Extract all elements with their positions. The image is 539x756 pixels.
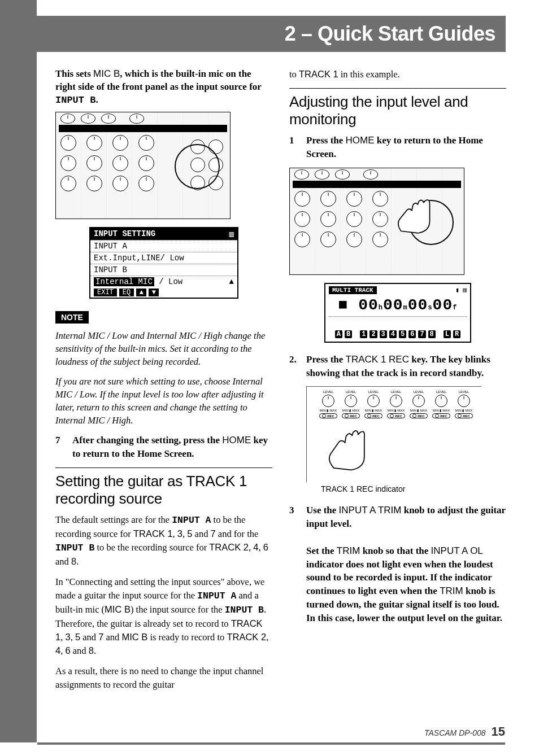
home-key-label: HOME — [222, 435, 251, 445]
text: Set the — [306, 545, 337, 556]
left-column: This sets MIC B, which is the built-in m… — [55, 68, 272, 698]
track-number: 5 — [75, 632, 80, 642]
jog-wheel-icon — [175, 144, 220, 189]
text: Use the — [306, 505, 339, 515]
section-divider — [289, 88, 506, 89]
knob-icon — [372, 191, 388, 207]
knob-icon — [60, 176, 76, 191]
text: to — [289, 69, 299, 80]
knob-icon — [138, 135, 154, 151]
input-a-label: INPUT A — [197, 591, 236, 601]
paragraph-default-settings: The default settings are for the INPUT A… — [55, 513, 272, 569]
knob-icon — [138, 155, 154, 171]
rec-button-icon: REC — [410, 413, 428, 418]
knob-icon — [112, 176, 128, 191]
meter-label: A — [335, 330, 342, 338]
text: The default settings are for the — [55, 514, 172, 525]
rec-button-icon: REC — [455, 413, 473, 418]
section-heading-adjusting-input: Adjusting the input level and monitoring — [289, 93, 506, 128]
track-number: 7 — [211, 528, 216, 539]
paragraph-continuation: to TRACK 1 in this example. — [289, 68, 506, 81]
text: , — [71, 632, 75, 643]
page-gutter — [0, 0, 37, 742]
footer-rule — [37, 742, 505, 745]
track-strip: LEVELMIN ▮ MAXREC — [431, 390, 451, 418]
text: and — [71, 645, 89, 656]
device-diagram-input-setting — [55, 112, 231, 219]
knob-icon — [345, 395, 357, 407]
track-label: TRACK 1 — [299, 69, 338, 79]
track-number: 6 — [65, 645, 70, 656]
trim-label: TRIM — [337, 545, 360, 556]
text: and — [192, 528, 210, 539]
text: and — [55, 556, 71, 567]
hand-pointer-icon — [390, 196, 441, 236]
knob-icon — [81, 113, 95, 124]
knob-icon — [346, 191, 362, 207]
text: Press the — [306, 354, 346, 365]
chapter-header: 2 – Quick Start Guides — [37, 16, 506, 52]
lcd-home-screen: MULTI TRACK ▮ ▥ ■ 00h00m00s00f AB 123456… — [324, 283, 471, 343]
lcd-meter-row: AB 12345678 LR — [329, 330, 467, 338]
track1-rec-label: TRACK 1 REC — [346, 354, 409, 365]
knob-icon — [372, 211, 388, 227]
knob-icon — [101, 113, 116, 124]
step-number: 1 — [289, 134, 298, 161]
knob-icon — [112, 155, 128, 171]
knob-icon — [435, 395, 447, 407]
track-strip: LEVELMIN ▮ MAXREC — [341, 390, 361, 418]
knob-icon — [367, 395, 380, 407]
section-heading-guitar-track1: Setting the guitar as TRACK 1 recording … — [55, 473, 272, 508]
knob-icon — [390, 395, 402, 407]
text: Press the — [306, 135, 346, 146]
track-strip: LEVELMIN ▮ MAXREC — [408, 390, 429, 418]
scroll-arrow-icon: ▲ — [229, 277, 234, 286]
rec-button-icon: REC — [432, 413, 450, 418]
meter-label: B — [345, 330, 352, 338]
lcd-title: INPUT SETTING — [94, 229, 155, 239]
input-b-label: INPUT B — [55, 95, 95, 106]
meter-label: 8 — [428, 330, 436, 338]
home-key-label: HOME — [346, 135, 375, 146]
knob-icon — [112, 135, 128, 151]
text: and — [103, 632, 121, 643]
mic-b-label: MIC B — [93, 68, 120, 79]
mic-b-label: MIC B — [121, 632, 147, 642]
paragraph-connection-summary: In "Connecting and setting the input sou… — [55, 575, 272, 658]
text: , — [258, 542, 263, 553]
device-diagram-rec: LEVELMIN ▮ MAXREC LEVELMIN ▮ MAXREC LEVE… — [306, 386, 481, 482]
track-label: TRACK 1 — [133, 528, 173, 539]
knob-icon — [294, 211, 310, 227]
lcd-softkey-eq: EQ — [119, 289, 134, 296]
device-diagram-home — [289, 168, 464, 275]
knob-icon — [138, 176, 154, 191]
note-paragraph-2: If you are not sure which setting to use… — [55, 375, 272, 427]
page-number: 15 — [492, 724, 505, 738]
meter-label: L — [444, 330, 451, 338]
knob-icon — [60, 135, 76, 151]
track-number: 8 — [71, 556, 76, 566]
lcd-mode-tag: MULTI TRACK — [329, 286, 377, 294]
meter-label: 1 — [360, 330, 367, 338]
track-strip: LEVELMIN ▮ MAXREC — [454, 390, 474, 418]
meter-label: 6 — [408, 330, 416, 338]
track-label: TRACK 2 — [227, 632, 266, 642]
knob-icon — [320, 211, 336, 227]
battery-icon: ▥ — [229, 229, 234, 239]
knob-icon — [346, 231, 362, 247]
knob-icon — [294, 231, 310, 247]
step-1: 1 Press the HOME key to return to the Ho… — [289, 134, 506, 161]
meter-label: 5 — [399, 330, 406, 338]
knob-icon — [60, 113, 75, 124]
text: ) the input source for the — [131, 604, 225, 615]
knob-icon — [86, 155, 102, 171]
lcd-input-b-row: INPUT B — [90, 264, 237, 276]
step-number: 7 — [55, 434, 64, 461]
page-footer: TASCAM DP-008 15 — [424, 724, 505, 739]
meter-label: 4 — [389, 330, 397, 338]
lcd-input-b-value-selected: Internal MIC — [94, 277, 154, 286]
track-number: 3 — [65, 632, 70, 642]
knob-icon — [346, 211, 362, 227]
text: and — [80, 632, 98, 643]
note-badge: NOTE — [55, 311, 89, 324]
